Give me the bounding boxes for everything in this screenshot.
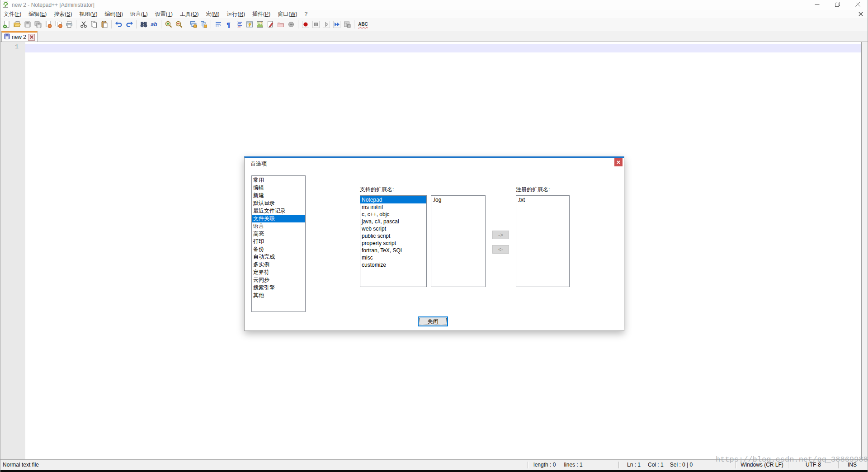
category-item[interactable]: 常用 (252, 176, 305, 184)
restore-button[interactable] (827, 0, 848, 10)
category-item[interactable]: 文件关联 (252, 215, 305, 222)
category-item[interactable]: 多实例 (252, 261, 305, 269)
cut-button[interactable] (78, 19, 89, 30)
new-file-button[interactable] (1, 19, 12, 30)
paste-button[interactable] (99, 19, 109, 30)
remove-extension-button[interactable]: <- (492, 245, 509, 254)
sync-horizontal-scroll-button[interactable] (198, 19, 209, 30)
close-all-button[interactable] (53, 19, 64, 30)
category-item[interactable]: 高亮 (252, 230, 305, 238)
macro-stop-button[interactable] (311, 19, 321, 30)
category-item[interactable]: 最近文件记录 (252, 207, 305, 215)
dialog-close-button[interactable] (614, 158, 623, 166)
menu-item[interactable]: 视图(V) (75, 10, 101, 18)
category-item[interactable]: 新建 (252, 192, 305, 199)
redo-button[interactable] (124, 19, 134, 30)
monitoring-button[interactable] (286, 19, 296, 30)
folder-as-workspace-button[interactable] (275, 19, 286, 30)
add-extension-button[interactable]: -> (492, 231, 509, 239)
replace-button[interactable]: ab (149, 19, 159, 30)
menu-item[interactable]: 编码(N) (101, 10, 127, 18)
copy-button[interactable] (89, 19, 99, 30)
category-item[interactable]: 编辑 (252, 184, 305, 192)
extension-item[interactable]: .log (431, 196, 485, 203)
menu-item[interactable]: 宏(M) (202, 10, 223, 18)
tab-new-2[interactable]: new 2 (1, 31, 38, 42)
function-list-button[interactable] (244, 19, 255, 30)
close-document-button[interactable] (857, 11, 864, 18)
macro-run-multiple-button[interactable] (331, 19, 342, 30)
menu-item[interactable]: 运行(R) (223, 10, 249, 18)
category-item[interactable]: 备份 (252, 245, 305, 253)
toolbar-separator (211, 20, 211, 28)
category-item[interactable]: 定界符 (252, 269, 305, 276)
category-item[interactable]: 云同步 (252, 276, 305, 284)
vertical-scrollbar[interactable] (861, 42, 868, 459)
extension-group-item[interactable]: web script (360, 225, 426, 232)
close-window-button[interactable] (848, 0, 868, 10)
menu-item[interactable]: 搜索(S) (50, 10, 75, 18)
category-item[interactable]: 其他 (252, 292, 305, 299)
menu-item[interactable]: 设置(T) (151, 10, 176, 18)
menu-item[interactable]: 窗口(W) (274, 10, 301, 18)
menu-item[interactable]: 编辑(E) (25, 10, 50, 18)
registered-extension-item[interactable]: .txt (516, 196, 569, 203)
menu-item[interactable]: 语言(L) (127, 10, 151, 18)
minimize-button[interactable] (807, 0, 827, 10)
open-file-button[interactable] (12, 19, 22, 30)
extension-group-item[interactable]: public script (360, 232, 426, 240)
status-selection: Sel : 0 | 0 (670, 462, 693, 468)
category-item[interactable]: 打印 (252, 238, 305, 245)
close-button[interactable] (43, 19, 53, 30)
undo-button[interactable] (113, 19, 124, 30)
menu-item[interactable]: ? (301, 10, 311, 18)
minimize-icon (815, 2, 820, 8)
extension-group-item[interactable]: fortran, TeX, SQL (360, 247, 426, 254)
extension-group-item[interactable]: property script (360, 240, 426, 247)
sync-vertical-scroll-button[interactable] (188, 19, 198, 30)
print-button[interactable] (64, 19, 74, 30)
close-file-icon (44, 20, 52, 28)
macro-save-button[interactable] (342, 19, 352, 30)
extension-group-item[interactable]: customize (360, 261, 426, 269)
menu-item[interactable]: 工具(O) (176, 10, 202, 18)
zoom-in-button[interactable] (163, 19, 174, 30)
category-item[interactable]: 默认目录 (252, 199, 305, 207)
category-item[interactable]: 搜索引擎 (252, 284, 305, 292)
word-wrap-button[interactable] (213, 19, 223, 30)
document-map-icon (256, 20, 264, 28)
save-all-icon (34, 20, 42, 28)
extension-group-item[interactable]: java, c#, pascal (360, 218, 426, 225)
macro-play-button[interactable] (321, 19, 331, 30)
document-switcher-icon (266, 20, 274, 28)
dialog-close-action-button[interactable]: 关闭 (418, 316, 448, 326)
find-button[interactable] (138, 19, 149, 30)
indent-guide-button[interactable] (234, 19, 244, 30)
undo-icon (115, 20, 123, 28)
save-all-button[interactable] (33, 19, 43, 30)
save-button[interactable] (22, 19, 33, 30)
menu-item[interactable]: 文件(F) (0, 10, 25, 18)
find-icon (140, 20, 148, 28)
show-all-characters-button[interactable]: ¶ (223, 19, 234, 30)
dialog-title: 首选项 (250, 160, 267, 168)
extension-group-item[interactable]: misc (360, 254, 426, 261)
category-item[interactable]: 自动完成 (252, 253, 305, 261)
document-switcher-button[interactable] (265, 19, 275, 30)
macro-save-icon (343, 20, 351, 28)
spell-check-button[interactable]: ABC (356, 19, 370, 30)
line-number: 1 (0, 42, 25, 50)
zoom-out-button[interactable] (174, 19, 184, 30)
document-map-button[interactable] (255, 19, 265, 30)
menu-item[interactable]: 插件(P) (249, 10, 274, 18)
bottom-black-strip (0, 470, 868, 472)
extension-group-item[interactable]: Notepad (360, 196, 426, 203)
restore-icon (835, 2, 840, 8)
extension-group-item[interactable]: c, c++, objc (360, 211, 426, 218)
toolbar-separator (186, 20, 186, 28)
macro-record-button[interactable] (300, 19, 311, 30)
toolbar-separator (161, 20, 161, 28)
tab-close-button[interactable] (28, 34, 35, 41)
category-item[interactable]: 语言 (252, 222, 305, 230)
extension-group-item[interactable]: ms ini/inf (360, 203, 426, 211)
